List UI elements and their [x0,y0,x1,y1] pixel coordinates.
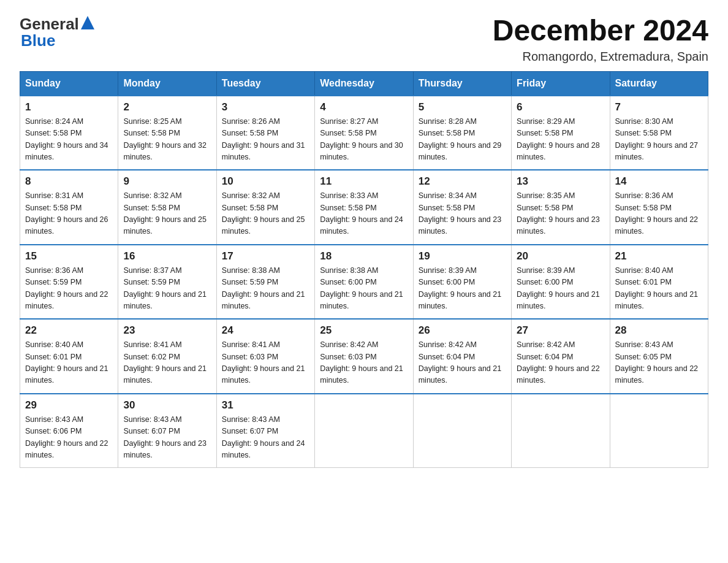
day-number: 15 [25,250,113,262]
day-info: Sunrise: 8:25 AMSunset: 5:58 PMDaylight:… [123,117,207,161]
page-header: General Blue December 2024 Romangordo, E… [20,15,708,64]
table-row: 30 Sunrise: 8:43 AMSunset: 6:07 PMDaylig… [118,394,216,468]
table-row: 4 Sunrise: 8:27 AMSunset: 5:58 PMDayligh… [315,96,413,170]
day-number: 21 [615,250,703,262]
day-number: 31 [222,399,309,412]
title-block: December 2024 Romangordo, Extremadura, S… [493,15,708,64]
day-info: Sunrise: 8:42 AMSunset: 6:03 PMDaylight:… [320,340,403,385]
day-info: Sunrise: 8:29 AMSunset: 5:58 PMDaylight:… [517,117,600,161]
table-row [315,394,413,468]
logo: General Blue [20,15,94,50]
table-row: 25 Sunrise: 8:42 AMSunset: 6:03 PMDaylig… [315,319,413,394]
day-number: 30 [123,399,211,412]
day-number: 10 [222,175,309,188]
day-info: Sunrise: 8:32 AMSunset: 5:58 PMDaylight:… [123,191,207,236]
day-number: 19 [419,250,506,262]
day-info: Sunrise: 8:41 AMSunset: 6:02 PMDaylight:… [123,340,207,385]
table-row: 27 Sunrise: 8:42 AMSunset: 6:04 PMDaylig… [512,319,610,394]
table-row [512,394,610,468]
day-number: 26 [419,324,506,337]
col-wednesday: Wednesday [315,71,413,96]
day-number: 16 [123,250,211,262]
day-info: Sunrise: 8:43 AMSunset: 6:06 PMDaylight:… [25,415,108,459]
table-row: 11 Sunrise: 8:33 AMSunset: 5:58 PMDaylig… [315,170,413,245]
day-info: Sunrise: 8:43 AMSunset: 6:07 PMDaylight:… [123,415,207,459]
location-subtitle: Romangordo, Extremadura, Spain [493,50,708,64]
day-info: Sunrise: 8:43 AMSunset: 6:07 PMDaylight:… [222,415,305,459]
col-monday: Monday [118,71,216,96]
calendar-week-3: 15 Sunrise: 8:36 AMSunset: 5:59 PMDaylig… [20,245,708,320]
table-row: 5 Sunrise: 8:28 AMSunset: 5:58 PMDayligh… [413,96,511,170]
day-info: Sunrise: 8:40 AMSunset: 6:01 PMDaylight:… [615,266,699,310]
calendar-week-2: 8 Sunrise: 8:31 AMSunset: 5:58 PMDayligh… [20,170,708,245]
day-info: Sunrise: 8:36 AMSunset: 5:58 PMDaylight:… [615,191,699,236]
day-number: 5 [419,101,506,113]
day-info: Sunrise: 8:32 AMSunset: 5:58 PMDaylight:… [222,191,305,236]
table-row: 20 Sunrise: 8:39 AMSunset: 6:00 PMDaylig… [512,245,610,320]
day-info: Sunrise: 8:36 AMSunset: 5:59 PMDaylight:… [25,266,108,310]
day-info: Sunrise: 8:38 AMSunset: 6:00 PMDaylight:… [320,266,403,310]
table-row: 15 Sunrise: 8:36 AMSunset: 5:59 PMDaylig… [20,245,118,320]
col-saturday: Saturday [610,71,708,96]
day-number: 11 [320,175,408,188]
table-row: 28 Sunrise: 8:43 AMSunset: 6:05 PMDaylig… [610,319,708,394]
day-info: Sunrise: 8:28 AMSunset: 5:58 PMDaylight:… [419,117,502,161]
day-number: 29 [25,399,113,412]
table-row [610,394,708,468]
logo-triangle-icon [81,16,94,29]
day-number: 4 [320,101,408,113]
table-row: 26 Sunrise: 8:42 AMSunset: 6:04 PMDaylig… [413,319,511,394]
table-row: 23 Sunrise: 8:41 AMSunset: 6:02 PMDaylig… [118,319,216,394]
day-info: Sunrise: 8:35 AMSunset: 5:58 PMDaylight:… [517,191,600,236]
table-row: 2 Sunrise: 8:25 AMSunset: 5:58 PMDayligh… [118,96,216,170]
day-info: Sunrise: 8:27 AMSunset: 5:58 PMDaylight:… [320,117,403,161]
table-row: 21 Sunrise: 8:40 AMSunset: 6:01 PMDaylig… [610,245,708,320]
day-number: 13 [517,175,604,188]
day-info: Sunrise: 8:41 AMSunset: 6:03 PMDaylight:… [222,340,305,385]
day-number: 27 [517,324,604,337]
day-number: 20 [517,250,604,262]
table-row: 8 Sunrise: 8:31 AMSunset: 5:58 PMDayligh… [20,170,118,245]
logo-blue-text: Blue [20,31,55,50]
day-number: 28 [615,324,703,337]
calendar-week-5: 29 Sunrise: 8:43 AMSunset: 6:06 PMDaylig… [20,394,708,468]
day-info: Sunrise: 8:39 AMSunset: 6:00 PMDaylight:… [419,266,502,310]
table-row: 29 Sunrise: 8:43 AMSunset: 6:06 PMDaylig… [20,394,118,468]
day-number: 14 [615,175,703,188]
calendar-week-4: 22 Sunrise: 8:40 AMSunset: 6:01 PMDaylig… [20,319,708,394]
table-row: 18 Sunrise: 8:38 AMSunset: 6:00 PMDaylig… [315,245,413,320]
table-row [413,394,511,468]
day-info: Sunrise: 8:42 AMSunset: 6:04 PMDaylight:… [517,340,600,385]
table-row: 14 Sunrise: 8:36 AMSunset: 5:58 PMDaylig… [610,170,708,245]
table-row: 16 Sunrise: 8:37 AMSunset: 5:59 PMDaylig… [118,245,216,320]
day-number: 25 [320,324,408,337]
col-tuesday: Tuesday [216,71,314,96]
calendar-header-row: Sunday Monday Tuesday Wednesday Thursday… [20,71,708,96]
day-number: 23 [123,324,211,337]
day-number: 2 [123,101,211,113]
table-row: 22 Sunrise: 8:40 AMSunset: 6:01 PMDaylig… [20,319,118,394]
day-info: Sunrise: 8:37 AMSunset: 5:59 PMDaylight:… [123,266,207,310]
table-row: 17 Sunrise: 8:38 AMSunset: 5:59 PMDaylig… [216,245,314,320]
table-row: 19 Sunrise: 8:39 AMSunset: 6:00 PMDaylig… [413,245,511,320]
table-row: 3 Sunrise: 8:26 AMSunset: 5:58 PMDayligh… [216,96,314,170]
day-info: Sunrise: 8:31 AMSunset: 5:58 PMDaylight:… [25,191,108,236]
day-number: 24 [222,324,309,337]
table-row: 13 Sunrise: 8:35 AMSunset: 5:58 PMDaylig… [512,170,610,245]
day-number: 12 [419,175,506,188]
day-info: Sunrise: 8:42 AMSunset: 6:04 PMDaylight:… [419,340,502,385]
table-row: 10 Sunrise: 8:32 AMSunset: 5:58 PMDaylig… [216,170,314,245]
day-info: Sunrise: 8:24 AMSunset: 5:58 PMDaylight:… [25,117,108,161]
day-info: Sunrise: 8:38 AMSunset: 5:59 PMDaylight:… [222,266,305,310]
svg-marker-0 [81,16,94,29]
month-year-title: December 2024 [493,15,708,47]
day-number: 1 [25,101,113,113]
day-number: 9 [123,175,211,188]
col-friday: Friday [512,71,610,96]
day-number: 17 [222,250,309,262]
day-info: Sunrise: 8:26 AMSunset: 5:58 PMDaylight:… [222,117,305,161]
day-number: 6 [517,101,604,113]
day-number: 18 [320,250,408,262]
day-number: 7 [615,101,703,113]
table-row: 7 Sunrise: 8:30 AMSunset: 5:58 PMDayligh… [610,96,708,170]
